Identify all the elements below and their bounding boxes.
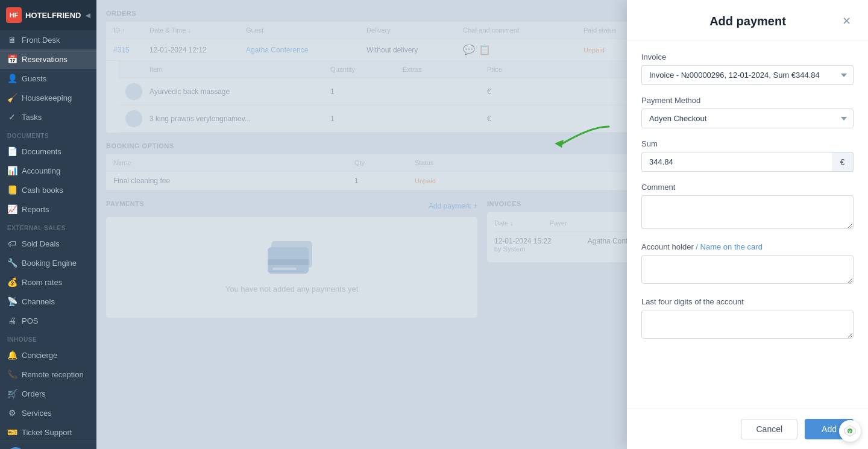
last-four-textarea[interactable]: [641, 310, 854, 339]
documents-icon: 📄: [7, 146, 17, 156]
reservations-icon: 📅: [7, 54, 17, 64]
sum-label: Sum: [641, 139, 854, 148]
sidebar-item-ticket-support[interactable]: 🎫 Ticket Support: [0, 422, 96, 442]
payment-method-select[interactable]: Adyen Checkout Cash Bank Transfer Credit…: [641, 108, 854, 128]
sidebar-item-guests[interactable]: 👤 Guests: [0, 69, 96, 88]
logo-label: HOTELFRIEND: [25, 11, 81, 20]
account-holder-label: Account holder / Name on the card: [641, 242, 854, 251]
guests-icon: 👤: [7, 74, 17, 83]
comment-label: Comment: [641, 183, 854, 192]
inhouse-section-label: INHOUSE: [0, 330, 96, 345]
sidebar-item-housekeeping[interactable]: 🧹 Housekeeping: [0, 88, 96, 107]
currency-symbol: €: [832, 152, 854, 172]
ticket-support-icon: 🎫: [7, 427, 17, 437]
front-desk-icon: 🖥: [7, 35, 17, 45]
concierge-icon: 🔔: [7, 350, 17, 360]
sidebar-item-front-desk[interactable]: 🖥 Front Desk: [0, 30, 96, 49]
sidebar-item-reports[interactable]: 📈 Reports: [0, 199, 96, 219]
sidebar-item-accounting[interactable]: 📊 Accounting: [0, 161, 96, 180]
account-holder-form-group: Account holder / Name on the card: [641, 242, 854, 286]
sidebar-item-pos[interactable]: 🖨 POS: [0, 311, 96, 330]
sidebar-item-tasks[interactable]: ✓ Tasks: [0, 107, 96, 127]
services-icon: ⚙: [7, 408, 17, 418]
sidebar-footer[interactable]: A Admin @Admin ▶: [0, 442, 96, 449]
booking-engine-icon: 🔧: [7, 258, 17, 268]
sidebar-item-room-rates[interactable]: 💰 Room rates: [0, 272, 96, 292]
room-rates-icon: 💰: [7, 277, 17, 287]
reports-icon: 📈: [7, 204, 17, 214]
modal-header: Add payment ✕: [627, 0, 868, 40]
modal-title: Add payment: [656, 14, 840, 28]
add-payment-modal: Add payment ✕ Invoice Invoice - №0000029…: [627, 0, 868, 449]
documents-section-label: DOCUMENTS: [0, 127, 96, 142]
comment-textarea[interactable]: [641, 195, 854, 229]
orders-icon: 🛒: [7, 389, 17, 398]
sum-form-group: Sum €: [641, 139, 854, 172]
yext-logo: Y: [839, 420, 861, 442]
sidebar-item-documents[interactable]: 📄 Documents: [0, 142, 96, 161]
invoice-select[interactable]: Invoice - №00000296, 12-01-2024, Sum €34…: [641, 65, 854, 85]
account-holder-textarea[interactable]: [641, 255, 854, 284]
modal-body: Invoice Invoice - №00000296, 12-01-2024,…: [627, 40, 868, 409]
invoice-label: Invoice: [641, 52, 854, 61]
channels-icon: 📡: [7, 297, 17, 306]
cash-books-icon: 📒: [7, 185, 17, 195]
sum-input[interactable]: [641, 152, 854, 172]
sidebar-collapse-icon[interactable]: ◀: [86, 12, 90, 19]
sidebar-item-cash-books[interactable]: 📒 Cash books: [0, 180, 96, 199]
payment-method-form-group: Payment Method Adyen Checkout Cash Bank …: [641, 96, 854, 128]
modal-close-button[interactable]: ✕: [840, 12, 854, 30]
svg-text:Y: Y: [848, 429, 852, 435]
sidebar: HF HOTELFRIEND ◀ 🖥 Front Desk 📅 Reservat…: [0, 0, 96, 449]
accounting-icon: 📊: [7, 166, 17, 175]
external-sales-section-label: EXTERNAL SALES: [0, 219, 96, 234]
sidebar-item-sold-deals[interactable]: 🏷 Sold Deals: [0, 234, 96, 253]
sold-deals-icon: 🏷: [7, 239, 17, 248]
sidebar-logo[interactable]: HF HOTELFRIEND ◀: [0, 0, 96, 30]
remote-reception-icon: 📞: [7, 369, 17, 379]
sidebar-item-channels[interactable]: 📡 Channels: [0, 292, 96, 311]
sidebar-item-booking-engine[interactable]: 🔧 Booking Engine: [0, 253, 96, 272]
pos-icon: 🖨: [7, 316, 17, 325]
cancel-button[interactable]: Cancel: [741, 419, 797, 439]
housekeeping-icon: 🧹: [7, 93, 17, 102]
sum-input-wrapper: €: [641, 152, 854, 172]
payment-method-label: Payment Method: [641, 96, 854, 105]
last-four-form-group: Last four digits of the account: [641, 297, 854, 341]
comment-form-group: Comment: [641, 183, 854, 231]
sidebar-item-services[interactable]: ⚙ Services: [0, 403, 96, 422]
sidebar-item-concierge[interactable]: 🔔 Concierge: [0, 345, 96, 365]
sidebar-item-reservations[interactable]: 📅 Reservations: [0, 49, 96, 69]
sidebar-item-orders[interactable]: 🛒 Orders: [0, 384, 96, 403]
invoice-form-group: Invoice Invoice - №00000296, 12-01-2024,…: [641, 52, 854, 85]
last-four-label: Last four digits of the account: [641, 297, 854, 306]
logo-icon: HF: [6, 7, 22, 23]
sidebar-item-remote-reception[interactable]: 📞 Remote reception: [0, 365, 96, 384]
tasks-icon: ✓: [7, 112, 17, 122]
modal-footer: Cancel Add: [627, 409, 868, 449]
